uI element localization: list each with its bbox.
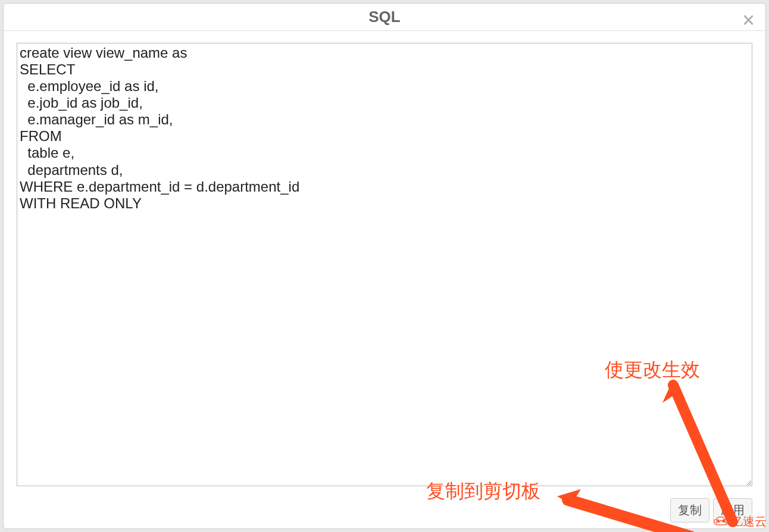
close-button[interactable]: × xyxy=(742,10,755,31)
apply-button[interactable]: 应用 xyxy=(713,498,752,522)
sql-textarea[interactable] xyxy=(17,43,752,486)
modal-body: 使更改生效 复制到剪切板 xyxy=(4,31,765,495)
copy-button[interactable]: 复制 xyxy=(670,498,709,522)
sql-modal: SQL × 使更改生效 复制到剪切板 复制 应用 xyxy=(3,3,766,529)
modal-header: SQL × xyxy=(4,4,765,31)
modal-title: SQL xyxy=(368,8,400,26)
modal-footer: 复制 应用 xyxy=(4,495,765,528)
